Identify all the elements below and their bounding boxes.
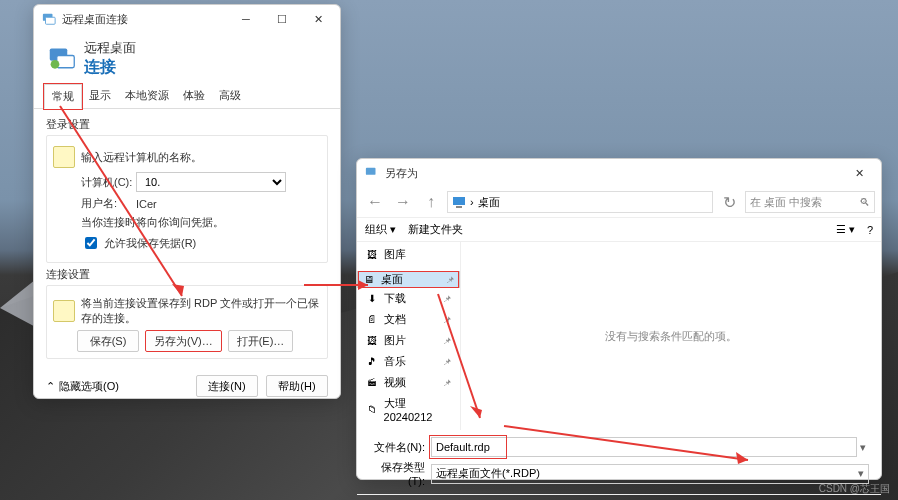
rdp-titlebar: 远程桌面连接 ─ ☐ ✕ [34,5,340,33]
svg-rect-6 [453,197,465,205]
sidebar-item-desktop[interactable]: 🖥︎桌面📌︎ [357,271,460,288]
hide-options-toggle[interactable]: ⌃ 隐藏选项(O) [46,379,119,394]
open-button[interactable]: 打开(E)… [228,330,294,352]
pin-icon: 📌︎ [443,315,452,325]
close-button[interactable]: ✕ [300,5,336,33]
computer-label: 计算机(C): [81,175,136,190]
rdp-big-icon [48,45,76,73]
sidebar-item-music[interactable]: 🎵︎音乐📌︎ [357,351,460,372]
tab-local[interactable]: 本地资源 [118,84,176,108]
rdp-header-title: 远程桌面 [84,39,136,57]
chevron-up-icon: ⌃ [46,380,55,393]
sidebar-item-folder[interactable]: 📁︎大理20240212 [357,393,460,426]
pin-icon: 📌︎ [443,336,452,346]
allow-save-checkbox[interactable] [85,237,97,249]
rdp-tabs: 常规 显示 本地资源 体验 高级 [34,84,340,109]
file-list-empty: 没有与搜索条件匹配的项。 [461,242,881,430]
nav-up-button[interactable]: ↑ [419,190,443,214]
path-bar[interactable]: › 桌面 [447,191,713,213]
login-section-title: 登录设置 [46,117,328,132]
allow-save-label: 允许我保存凭据(R) [104,236,196,251]
nav-back-button[interactable]: ← [363,190,387,214]
desktop-icon [452,195,466,209]
view-button[interactable]: ☰ ▾ [836,223,855,236]
pin-icon: 📌︎ [446,275,455,285]
organize-menu[interactable]: 组织 ▾ [365,222,396,237]
music-icon: 🎵︎ [365,355,379,369]
folder-icon: 📁︎ [365,403,379,417]
user-label: 用户名: [81,196,136,211]
save-button[interactable]: 保存(S) [77,330,139,352]
sidebar-item-download[interactable]: ⬇︎下载📌︎ [357,288,460,309]
tab-display[interactable]: 显示 [82,84,118,108]
nav-fwd-button[interactable]: → [391,190,415,214]
rdp-window: 远程桌面连接 ─ ☐ ✕ 远程桌面 连接 常规 显示 本地资源 体验 高级 登录… [33,4,341,399]
saveas-close-button[interactable]: ✕ [841,159,877,187]
maximize-button[interactable]: ☐ [264,5,300,33]
download-icon: ⬇︎ [365,292,379,306]
rdp-title-text: 远程桌面连接 [62,12,128,27]
cred-hint: 当你连接时将向你询问凭据。 [81,215,224,230]
filetype-label: 保存类型(T): [369,460,431,487]
rdp-header-sub: 连接 [84,57,136,78]
sidebar: 🖼︎图库🖥︎桌面📌︎⬇︎下载📌︎📄︎文档📌︎🖼︎图片📌︎🎵︎音乐📌︎🎬︎视频📌︎… [357,242,461,430]
refresh-button[interactable]: ↻ [717,190,741,214]
filename-input[interactable] [431,437,857,457]
help-icon[interactable]: ? [867,224,873,236]
pin-icon: 📌︎ [443,294,452,304]
help-button[interactable]: 帮助(H) [266,375,328,397]
user-value: ICer [136,198,321,210]
pic-icon: 🖼︎ [365,334,379,348]
gallery-icon: 🖼︎ [365,248,379,262]
tab-general[interactable]: 常规 [44,84,82,109]
new-folder-button[interactable]: 新建文件夹 [408,222,463,237]
svg-rect-3 [57,55,75,67]
conn-hint: 将当前连接设置保存到 RDP 文件或打开一个已保存的连接。 [81,296,321,326]
svg-rect-5 [366,168,376,175]
conn-section-title: 连接设置 [46,267,328,282]
sidebar-item-doc[interactable]: 📄︎文档📌︎ [357,309,460,330]
saveas-title-text: 另存为 [385,166,418,181]
svg-rect-7 [456,206,462,208]
video-icon: 🎬︎ [365,376,379,390]
filetype-select[interactable]: 远程桌面文件(*.RDP) [431,464,869,484]
computer-icon [53,146,75,168]
sidebar-item-video[interactable]: 🎬︎视频📌︎ [357,372,460,393]
sidebar-item-pic[interactable]: 🖼︎图片📌︎ [357,330,460,351]
sidebar-item-gallery[interactable]: 🖼︎图库 [357,244,460,265]
pin-icon: 📌︎ [443,378,452,388]
search-input[interactable]: 在 桌面 中搜索 🔍︎ [745,191,875,213]
rdp-app-icon [42,12,56,26]
connect-button[interactable]: 连接(N) [196,375,258,397]
saveas-titlebar: 另存为 ✕ [357,159,881,187]
svg-point-4 [51,59,60,68]
tab-exp[interactable]: 体验 [176,84,212,108]
tab-adv[interactable]: 高级 [212,84,248,108]
folder-icon [53,300,75,322]
saveas-window: 另存为 ✕ ← → ↑ › 桌面 ↻ 在 桌面 中搜索 🔍︎ 组织 ▾ 新建文件… [356,158,882,480]
search-icon: 🔍︎ [859,196,870,208]
saveas-button[interactable]: 另存为(V)… [145,330,222,352]
pin-icon: 📌︎ [443,357,452,367]
saveas-app-icon [365,166,379,180]
minimize-button[interactable]: ─ [228,5,264,33]
filename-label: 文件名(N): [369,440,431,455]
desktop-icon: 🖥︎ [362,273,376,287]
doc-icon: 📄︎ [365,313,379,327]
svg-rect-1 [46,17,56,24]
computer-select[interactable]: 10. [136,172,286,192]
login-prompt: 输入远程计算机的名称。 [81,150,202,165]
